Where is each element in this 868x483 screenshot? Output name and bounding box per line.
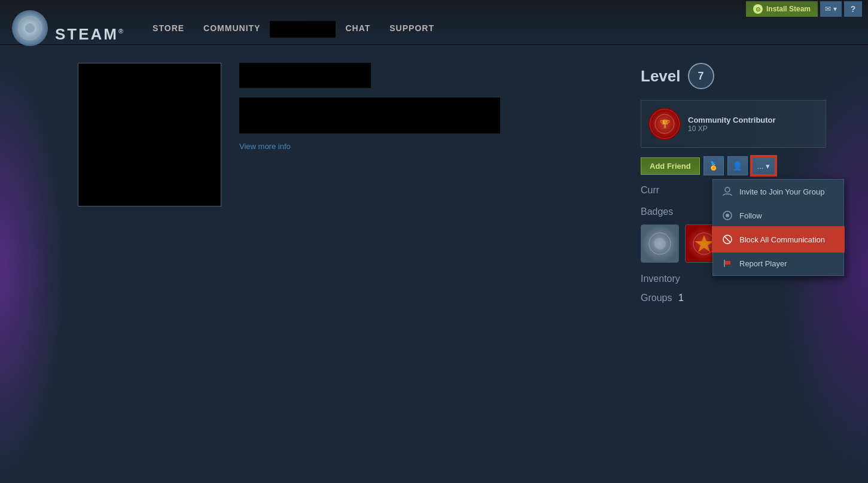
profile-name-block [239, 63, 371, 88]
svg-text:🏆: 🏆 [660, 119, 671, 129]
dropdown-report[interactable]: Report Player [713, 251, 843, 275]
main-content: View more info Level 7 🏆 Community Contr… [0, 45, 868, 482]
svg-point-1 [25, 23, 35, 33]
profile-area: View more info Level 7 🏆 Community Contr… [66, 63, 868, 464]
dropdown-follow[interactable]: Follow [713, 203, 843, 227]
main-nav: STORE COMMUNITY CHAT SUPPORT [143, 19, 444, 38]
groups-label: Groups [641, 293, 672, 303]
invite-label: Invite to Join Your Group [739, 187, 824, 196]
nav-username-blocked [270, 21, 336, 38]
install-steam-button[interactable]: ⊙ Install Steam [746, 1, 818, 17]
person-icon: 👤 [732, 161, 742, 171]
svg-line-8 [724, 236, 730, 242]
dropdown-invite[interactable]: Invite to Join Your Group [713, 180, 843, 203]
profile-info: View more info [239, 63, 623, 464]
header-top-bar: ⊙ Install Steam ✉ ▾ ? [746, 0, 868, 18]
profile-status-block [239, 98, 500, 133]
email-button[interactable]: ✉ ▾ [820, 1, 842, 17]
nav-chat[interactable]: CHAT [336, 19, 380, 38]
level-label: Level [641, 67, 681, 86]
follow-label: Follow [739, 211, 762, 220]
chevron-down-icon: ▾ [766, 162, 770, 171]
flag-icon [721, 257, 733, 269]
badge-title: Community Contributor [688, 116, 818, 124]
steam-logo-text: STEAM® [55, 25, 125, 44]
actions-row: Add Friend 🏅 👤 ... ▾ [641, 156, 844, 175]
follow-icon [721, 209, 733, 221]
svg-point-6 [726, 214, 729, 217]
dropdown-block[interactable]: Block All Communication [713, 227, 843, 251]
medal-icon: 🏅 [708, 161, 718, 171]
view-more-info-link[interactable]: View more info [239, 142, 291, 151]
ellipsis-label: ... [757, 162, 764, 171]
steam-trademark: ® [118, 28, 125, 35]
steam-icon-small: ⊙ [753, 4, 763, 14]
profile-avatar [78, 63, 221, 206]
group-icon [721, 186, 733, 198]
steam-logo [12, 10, 48, 46]
profile-button[interactable]: 👤 [727, 156, 748, 175]
badge-item-1[interactable] [641, 224, 679, 263]
svg-point-4 [725, 187, 730, 192]
report-label: Report Player [739, 259, 787, 268]
right-panel: Level 7 🏆 Community Contributor 10 XP [641, 63, 844, 464]
level-section: Level 7 [641, 63, 844, 89]
badge-xp: 10 XP [688, 124, 818, 133]
badge-card: 🏆 Community Contributor 10 XP [641, 100, 826, 148]
groups-count: 1 [678, 293, 684, 303]
header: ⊙ Install Steam ✉ ▾ ? STEAM® STORE COMMU… [0, 0, 868, 45]
nav-store[interactable]: STORE [143, 19, 194, 38]
groups-section: Groups 1 [641, 293, 844, 303]
profile-left [78, 63, 221, 464]
svg-point-2 [655, 114, 674, 133]
svg-rect-9 [724, 261, 730, 265]
dropdown-menu: Invite to Join Your Group Follow [712, 179, 844, 276]
svg-point-12 [654, 238, 666, 250]
nav-support[interactable]: SUPPORT [380, 19, 444, 38]
level-value: 7 [688, 63, 714, 89]
svg-marker-14 [695, 235, 714, 252]
more-options-button[interactable]: ... ▾ [751, 156, 776, 175]
email-dropdown-arrow: ▾ [833, 5, 837, 13]
install-steam-label: Install Steam [766, 5, 811, 13]
logo-area: STEAM® [12, 10, 125, 46]
help-button[interactable]: ? [844, 1, 862, 17]
nav-community[interactable]: COMMUNITY [194, 19, 270, 38]
left-sidebar [0, 63, 66, 464]
block-label: Block All Communication [739, 235, 825, 244]
add-friend-button[interactable]: Add Friend [641, 157, 700, 175]
badge-icon-large: 🏆 [648, 108, 681, 140]
block-icon [721, 233, 733, 245]
medal-button[interactable]: 🏅 [703, 156, 724, 175]
badge-info: Community Contributor 10 XP [688, 116, 818, 133]
envelope-icon: ✉ [825, 5, 831, 13]
